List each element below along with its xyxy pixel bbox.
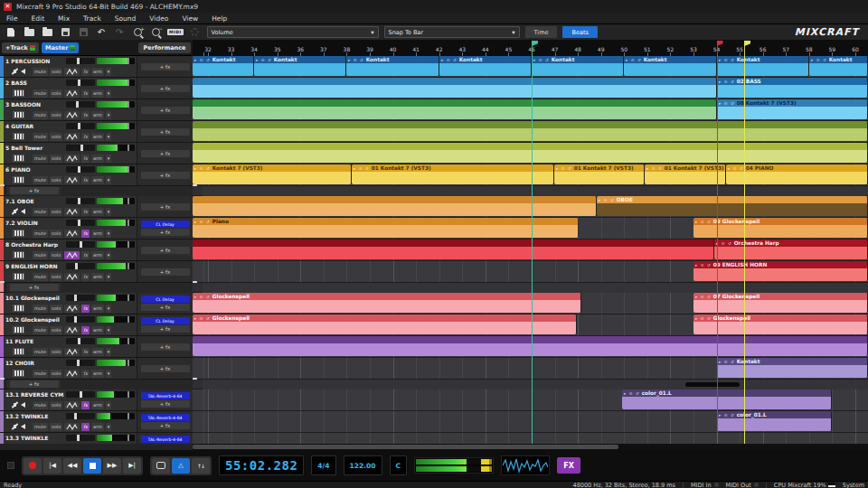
track-row-13.3[interactable]: 13.3 TWINKLEmutesolofxarm▾TAL-Reverb-4-6… bbox=[0, 433, 193, 444]
go-to-end-button[interactable]: ▶| bbox=[123, 458, 141, 474]
solo-button[interactable]: solo bbox=[50, 176, 62, 184]
fx-button[interactable]: fx bbox=[81, 155, 90, 163]
mute-button[interactable]: mute bbox=[33, 423, 48, 431]
clip-glockenspeil[interactable]: ▸ ⊙ ↺Glockenspeil bbox=[193, 293, 581, 313]
mute-button[interactable]: mute bbox=[33, 111, 48, 119]
fx-button[interactable]: fx bbox=[81, 111, 90, 119]
record-button[interactable] bbox=[24, 458, 42, 474]
clip-header[interactable]: ▸ ⊙ ↺Glockenspeil bbox=[693, 314, 867, 322]
track-row-1[interactable]: 1 PERCUSSIONmutesolofxarm▾+ fx bbox=[0, 56, 193, 78]
add-fx-button[interactable]: + fx bbox=[141, 268, 190, 276]
add-fx-button[interactable]: + fx bbox=[10, 187, 59, 194]
volume-slider[interactable] bbox=[66, 241, 95, 248]
track-chevron-button[interactable]: ▾ bbox=[106, 155, 112, 163]
clip-piano[interactable]: ▸ ⊙ ↺Piano bbox=[193, 218, 579, 238]
clip-header[interactable] bbox=[193, 99, 716, 107]
track-chevron-button[interactable]: ▾ bbox=[106, 68, 112, 76]
track-row-4[interactable]: 4 GUITARmutesolofxarm▾+ fx bbox=[0, 121, 193, 143]
automation-button[interactable] bbox=[64, 111, 80, 119]
arm-button[interactable]: arm bbox=[91, 155, 104, 163]
keyboard-icon[interactable] bbox=[13, 111, 24, 118]
clip-color-01-l[interactable]: ▸ ⊙ ↺color_01.L bbox=[622, 389, 832, 409]
clip-header[interactable]: ▸ ⊙ ↺08 Kontakt 7 (VST3) bbox=[717, 99, 867, 107]
add-fx-button[interactable]: + fx bbox=[141, 128, 190, 136]
fx-button[interactable]: fx bbox=[81, 273, 90, 281]
solo-button[interactable]: solo bbox=[50, 89, 62, 98]
keyboard-icon[interactable] bbox=[13, 348, 24, 355]
track-row-7[interactable]: 7 LEADms+ fx bbox=[0, 186, 10, 196]
track-chevron-button[interactable]: ▾ bbox=[106, 305, 112, 313]
lane-11[interactable] bbox=[193, 336, 868, 358]
undo-button[interactable]: ↶ bbox=[95, 27, 108, 38]
clip-header[interactable]: ▸ ⊙ ↺Kontakt bbox=[624, 56, 716, 63]
fx-plugin-badge[interactable]: CL Delay bbox=[141, 296, 190, 303]
clip-kontakt[interactable]: ▸ ⊙ ↺Kontakt bbox=[439, 56, 532, 76]
clip-header[interactable]: ▸ ⊙ ↺Kontakt bbox=[532, 56, 623, 63]
clip-header[interactable]: ▸ ⊙ ↺Kontakt bbox=[193, 56, 253, 63]
keyboard-icon[interactable] bbox=[13, 326, 24, 333]
solo-button[interactable]: solo bbox=[50, 111, 62, 119]
new-project-button[interactable] bbox=[5, 27, 17, 38]
volume-slider[interactable] bbox=[66, 316, 95, 323]
solo-button[interactable]: solo bbox=[50, 155, 62, 163]
keyboard-icon[interactable] bbox=[13, 155, 24, 162]
menu-help[interactable]: Help bbox=[212, 14, 227, 23]
clip-oboe[interactable]: ▸ ⊙ ↺OBOE bbox=[597, 196, 868, 216]
mute-button[interactable]: mute bbox=[33, 230, 48, 238]
clip-header[interactable] bbox=[193, 121, 867, 128]
mute-button[interactable]: mute bbox=[33, 251, 48, 259]
track-row-12[interactable]: 12 CHOIRmutesolofxarm▾+ fx bbox=[0, 358, 193, 380]
arm-button[interactable]: arm bbox=[91, 251, 104, 259]
arm-button[interactable]: arm bbox=[91, 423, 104, 431]
track-chevron-button[interactable]: ▾ bbox=[106, 348, 112, 356]
performance-panel-button[interactable]: Performance bbox=[138, 42, 191, 53]
fx-button[interactable]: fx bbox=[81, 251, 90, 259]
import-button[interactable] bbox=[41, 27, 53, 38]
solo-button[interactable]: solo bbox=[50, 251, 62, 259]
open-project-button[interactable] bbox=[23, 27, 35, 38]
clip-header[interactable]: ▸ ⊙ ↺Piano bbox=[193, 218, 578, 225]
clip-header[interactable]: ▸ ⊙ ↺09 ENGLISH HORN bbox=[693, 261, 867, 268]
fx-button[interactable]: fx bbox=[81, 68, 90, 76]
track-chevron-button[interactable]: ▾ bbox=[106, 251, 112, 259]
mute-button[interactable]: mute bbox=[33, 401, 48, 409]
add-fx-button[interactable]: + fx bbox=[141, 304, 190, 311]
clip-header[interactable]: ▸ ⊙ ↺07 Glockenspeil bbox=[693, 293, 867, 300]
track-chevron-button[interactable]: ▾ bbox=[106, 133, 112, 141]
automation-button[interactable] bbox=[64, 133, 80, 141]
mute-button[interactable]: mute bbox=[33, 68, 48, 76]
track-chevron-button[interactable]: ▾ bbox=[106, 370, 112, 378]
track-row-6[interactable]: 6 PIANOmutesolofxarm▾+ fx bbox=[0, 164, 193, 186]
add-fx-button[interactable]: + fx bbox=[141, 343, 190, 351]
automation-button[interactable] bbox=[64, 68, 80, 76]
add-fx-button[interactable]: + fx bbox=[141, 107, 190, 114]
lane-6[interactable]: ▸ ⊙ ↺Kontakt 7 (VST3)▸ ⊙ ↺01 Kontakt 7 (… bbox=[193, 164, 868, 186]
clip-header[interactable]: ▸ ⊙ ↺Kontakt bbox=[717, 56, 808, 63]
volume-slider[interactable] bbox=[66, 435, 95, 441]
speaker-icon[interactable] bbox=[21, 402, 25, 408]
volume-slider[interactable] bbox=[66, 391, 95, 398]
lane-10.1[interactable]: ▸ ⊙ ↺Glockenspeil▸ ⊙ ↺07 Glockenspeil bbox=[193, 293, 868, 314]
volume-slider-thumb[interactable] bbox=[78, 166, 80, 173]
lane-7.1[interactable]: ▸ ⊙ ↺OBOE bbox=[193, 196, 868, 218]
add-fx-button[interactable]: + fx bbox=[141, 85, 190, 92]
keyboard-icon[interactable] bbox=[13, 230, 24, 237]
automation-button[interactable] bbox=[64, 305, 80, 313]
volume-slider[interactable] bbox=[66, 198, 95, 204]
volume-slider-thumb[interactable] bbox=[77, 435, 80, 441]
horizontal-scrollbar[interactable] bbox=[193, 444, 868, 450]
arm-button[interactable]: arm bbox=[91, 176, 104, 184]
clip-04-piano[interactable]: ▸ ⊙ ↺04 PIANO bbox=[726, 164, 868, 184]
arm-button[interactable]: arm bbox=[91, 230, 104, 238]
speaker-icon[interactable] bbox=[21, 209, 25, 214]
keyboard-icon[interactable] bbox=[13, 176, 24, 183]
fx-button[interactable]: fx bbox=[81, 370, 90, 378]
clip-header[interactable]: ▸ ⊙ ↺01 Kontakt 7 (VST3) bbox=[645, 164, 725, 172]
track-chevron-button[interactable]: ▾ bbox=[106, 423, 112, 431]
volume-slider-thumb[interactable] bbox=[75, 263, 78, 269]
mute-button[interactable]: mute bbox=[33, 326, 48, 334]
clip-header[interactable]: ▸ ⊙ ↺Kontakt bbox=[346, 56, 439, 63]
lane-12[interactable]: ▸ ⊙ ↺Kontakt bbox=[193, 358, 868, 380]
clip-header[interactable]: ▸ ⊙ ↺02 BASS bbox=[717, 78, 867, 85]
automation-button[interactable] bbox=[64, 176, 80, 184]
